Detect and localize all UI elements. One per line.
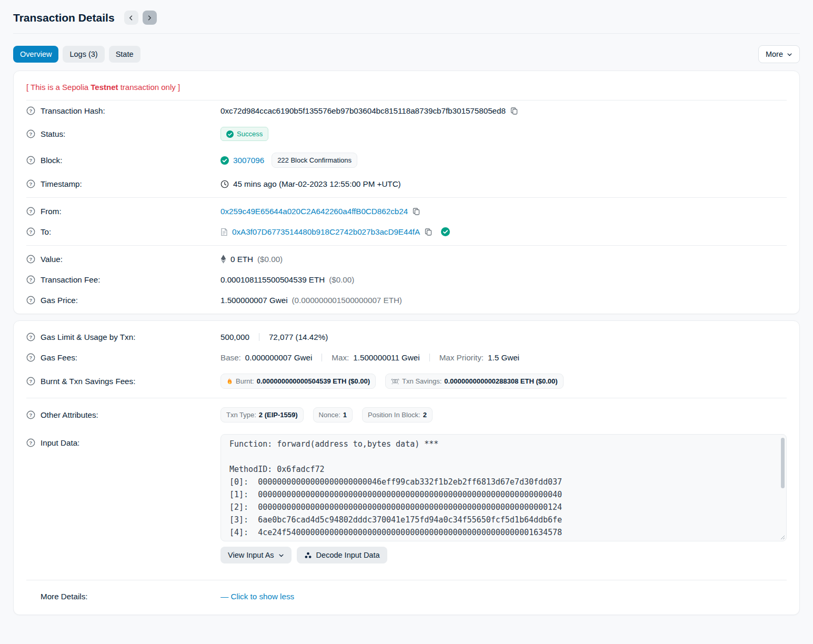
input-data-line: [0]: 00000000000000000000000046eff99cab3… — [229, 476, 778, 488]
from-label: From: — [41, 207, 62, 216]
block-confirmations-badge: 222 Block Confirmations — [272, 153, 357, 168]
chevron-right-icon — [146, 15, 153, 21]
value-amount: 0 ETH — [230, 255, 253, 264]
resize-grip-icon[interactable] — [780, 535, 785, 540]
max-fee-value: 1.500000011 Gwei — [353, 353, 419, 362]
svg-text:?: ? — [29, 208, 33, 214]
input-data-line: [4]: 4ce24f54000000000000000000000000000… — [229, 526, 778, 539]
max-priority-fee-value: 1.5 Gwei — [488, 353, 519, 362]
view-input-as-label: View Input As — [228, 551, 274, 559]
gas-fees-label: Gas Fees: — [41, 353, 77, 362]
gas-price-row: ? Gas Price: 1.500000007 Gwei (0.0000000… — [26, 290, 787, 310]
txn-savings-badge: Txn Savings: 0.000000000000288308 ETH ($… — [385, 374, 564, 389]
page-header: Transaction Details — [13, 0, 800, 34]
clock-icon — [220, 180, 229, 188]
flame-icon — [226, 377, 233, 385]
input-data-actions: View Input As Decode Input Data — [220, 547, 787, 564]
divider — [26, 197, 787, 198]
svg-text:?: ? — [29, 108, 33, 114]
input-data-line: [2]: 00000000000000000000000000000000000… — [229, 501, 778, 514]
help-circle-icon[interactable]: ? — [26, 207, 35, 216]
help-circle-icon[interactable]: ? — [26, 296, 35, 305]
decode-input-data-button[interactable]: Decode Input Data — [297, 547, 387, 564]
ethereum-icon — [220, 255, 226, 264]
txn-type-label: Txn Type: — [226, 411, 256, 419]
transaction-hash-row: ? Transaction Hash: 0xc72d984ccac6190b5f… — [26, 100, 787, 121]
block-number-link[interactable]: 3007096 — [233, 156, 264, 165]
from-address-link[interactable]: 0x259c49E65644a020C2A642260a4ffB0CD862cb… — [220, 207, 408, 216]
value-label: Value: — [41, 255, 63, 264]
overview-card: [ This is a Sepolia Testnet transaction … — [13, 71, 800, 314]
help-circle-icon[interactable]: ? — [26, 227, 35, 236]
more-dropdown-button[interactable]: More — [758, 45, 800, 63]
divider — [429, 354, 430, 361]
input-data-line — [229, 450, 778, 463]
more-dropdown-label: More — [766, 50, 783, 58]
block-label: Block: — [41, 156, 62, 165]
help-circle-icon[interactable]: ? — [26, 275, 35, 284]
transaction-details-page: Transaction Details Overview Logs (3) St… — [0, 0, 813, 629]
burnt-fee-value: 0.000000000000504539 ETH ($0.00) — [257, 377, 370, 385]
help-circle-icon[interactable]: ? — [26, 438, 35, 447]
copy-icon[interactable] — [510, 107, 518, 115]
help-circle-icon[interactable]: ? — [26, 255, 35, 264]
gas-limit-usage-row: ? Gas Limit & Usage by Txn: 500,000 72,0… — [26, 324, 787, 347]
help-circle-icon[interactable]: ? — [26, 156, 35, 165]
tab-overview[interactable]: Overview — [13, 46, 58, 63]
tab-logs[interactable]: Logs (3) — [63, 46, 104, 63]
testnet-notice-close: transaction only ] — [118, 83, 180, 92]
help-circle-icon[interactable]: ? — [26, 333, 35, 341]
transaction-fee-row: ? Transaction Fee: 0.000108115500504539 … — [26, 269, 787, 290]
help-circle-icon[interactable]: ? — [26, 377, 35, 386]
chevron-left-icon — [128, 15, 134, 21]
gas-usage-value: 72,077 (14.42%) — [269, 333, 328, 341]
contract-document-icon — [220, 228, 228, 236]
svg-text:?: ? — [29, 412, 33, 418]
txn-savings-label: Txn Savings: — [402, 377, 441, 385]
transaction-hash-value: 0xc72d984ccac6190b5f135576eb97b03604bc81… — [220, 106, 506, 115]
input-data-scrollbar-thumb[interactable] — [781, 438, 785, 488]
other-attributes-label: Other Attributes: — [41, 410, 98, 419]
burnt-savings-row: ? Burnt & Txn Savings Fees: Burnt: 0.000… — [26, 368, 787, 395]
base-fee-label: Base: — [220, 353, 241, 362]
txn-type-badge: Txn Type: 2 (EIP-1559) — [220, 407, 304, 422]
svg-text:?: ? — [29, 355, 33, 360]
txn-savings-value: 0.000000000000288308 ETH ($0.00) — [444, 377, 557, 385]
next-transaction-button[interactable] — [143, 11, 157, 25]
transaction-fee-label: Transaction Fee: — [41, 275, 100, 284]
status-badge-label: Success — [237, 130, 263, 138]
timestamp-label: Timestamp: — [41, 179, 82, 188]
help-circle-icon[interactable]: ? — [26, 353, 35, 362]
divider — [26, 245, 787, 246]
status-row: ? Status: Success — [26, 121, 787, 147]
position-in-block-value: 2 — [423, 411, 427, 419]
verified-check-circle-icon — [441, 227, 450, 236]
input-data-textarea[interactable]: Function: forward(address to,bytes data)… — [220, 434, 787, 541]
tab-bar: Overview Logs (3) State More — [13, 45, 800, 63]
txn-type-value: 2 (EIP-1559) — [259, 411, 298, 419]
status-badge: Success — [220, 127, 268, 141]
help-circle-icon[interactable]: ? — [26, 410, 35, 419]
copy-icon[interactable] — [412, 207, 420, 216]
help-circle-icon[interactable]: ? — [26, 179, 35, 188]
more-details-row: More Details: — Click to show less — [26, 583, 787, 611]
show-less-link[interactable]: — Click to show less — [220, 592, 294, 601]
to-address-link[interactable]: 0xA3f07D6773514480b918C2742b027b3acD9E44… — [232, 227, 420, 236]
transaction-fee-usd: ($0.00) — [329, 275, 354, 284]
copy-icon[interactable] — [424, 228, 433, 236]
view-input-as-button[interactable]: View Input As — [220, 547, 292, 564]
position-in-block-badge: Position In Block: 2 — [362, 407, 433, 422]
input-data-line: [3]: 6ae0bc76cad4d5c94802dddc370041e175f… — [229, 514, 778, 526]
more-details-label: More Details: — [41, 592, 87, 601]
input-data-line: Function: forward(address to,bytes data)… — [229, 438, 778, 450]
previous-transaction-button[interactable] — [124, 11, 138, 25]
gas-price-label: Gas Price: — [41, 296, 78, 305]
tab-state[interactable]: State — [109, 46, 140, 63]
help-circle-icon[interactable]: ? — [26, 106, 35, 115]
input-data-line: MethodID: 0x6fadcf72 — [229, 463, 778, 476]
gas-limit-value: 500,000 — [220, 333, 249, 341]
help-circle-icon[interactable]: ? — [26, 129, 35, 138]
svg-text:?: ? — [29, 277, 33, 283]
divider — [26, 580, 787, 580]
decode-blocks-icon — [304, 551, 312, 559]
